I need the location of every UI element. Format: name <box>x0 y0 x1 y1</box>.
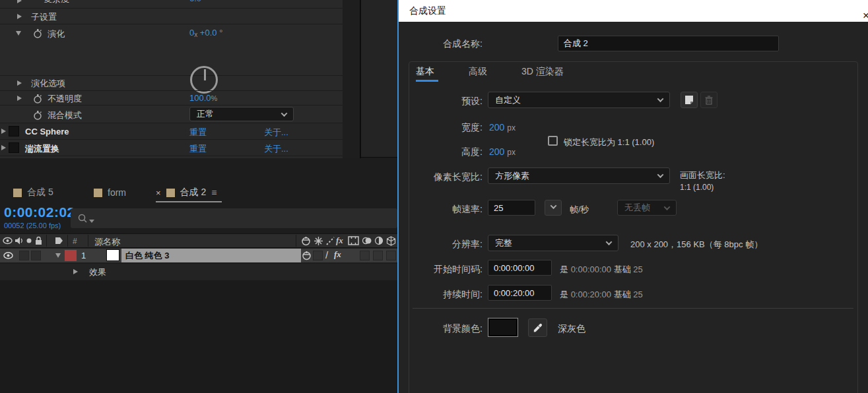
column-separator <box>88 235 88 247</box>
close-icon[interactable]: × <box>156 188 161 198</box>
tab-basic[interactable]: 基本 <box>416 66 434 78</box>
opacity-value[interactable]: 100.0% <box>189 93 217 103</box>
collapse-arrow-icon[interactable] <box>16 31 21 36</box>
about-link[interactable]: 关于... <box>264 127 288 138</box>
timeline-empty-area <box>0 280 397 393</box>
expand-arrow-icon[interactable] <box>17 80 22 86</box>
stopwatch-icon[interactable] <box>33 94 42 104</box>
close-icon[interactable]: × <box>863 5 868 26</box>
width-value[interactable]: 200 px <box>489 122 516 133</box>
trash-icon <box>705 96 713 105</box>
comp-name-input[interactable] <box>558 36 779 51</box>
eyedropper-button[interactable] <box>528 318 547 337</box>
3d-layer-icon[interactable] <box>386 236 396 246</box>
stopwatch-icon[interactable] <box>33 110 42 120</box>
height-value[interactable]: 200 px <box>489 146 516 157</box>
blend-mode-value: 正常 <box>197 108 214 120</box>
effect-row-complexity[interactable]: 复杂度 6.0 <box>0 0 343 9</box>
effect-row-evolution[interactable]: 演化 0x +0.0 ° <box>0 24 343 76</box>
layer-effects-group-row[interactable]: 效果 <box>0 264 397 280</box>
lock-icon[interactable] <box>34 236 43 245</box>
width-label: 宽度: <box>403 122 483 134</box>
av-feature-box[interactable] <box>313 251 323 260</box>
background-color-swatch[interactable] <box>488 318 518 337</box>
av-feature-box[interactable] <box>31 251 41 260</box>
lock-aspect-checkbox[interactable] <box>548 136 558 146</box>
evolution-value[interactable]: 0x +0.0 ° <box>189 28 222 38</box>
current-timecode[interactable]: 0:00:02:02 <box>4 204 75 220</box>
fx-column-icon[interactable]: fx <box>336 235 343 246</box>
composition-icon <box>166 189 175 197</box>
effect-row-turbulent-displace[interactable]: 湍流置换 重置 关于... <box>0 140 343 156</box>
source-name-column-header[interactable]: 源名称 <box>94 236 120 248</box>
layer-label-color[interactable] <box>65 250 77 261</box>
chevron-down-icon <box>550 202 556 209</box>
frame-blend-icon[interactable] <box>348 236 359 245</box>
dialog-title-bar[interactable]: 合成设置 × <box>399 0 868 22</box>
delete-preset-button[interactable] <box>700 92 718 108</box>
tab-comp-5[interactable]: 合成 5 <box>13 183 53 202</box>
effect-enable-checkbox[interactable] <box>9 142 19 153</box>
expand-arrow-icon[interactable] <box>1 129 6 134</box>
solo-icon[interactable] <box>26 238 32 243</box>
reset-link[interactable]: 重置 <box>189 143 207 155</box>
stopwatch-icon[interactable] <box>33 28 42 38</box>
expand-arrow-icon[interactable] <box>17 0 22 3</box>
layer-name-selected[interactable]: 白色 纯色 3 <box>121 249 301 262</box>
tab-label: 合成 5 <box>27 187 53 198</box>
av-feature-box[interactable] <box>386 251 396 260</box>
effect-enable-checkbox[interactable] <box>9 126 19 136</box>
expand-arrow-icon[interactable] <box>1 145 6 150</box>
av-feature-box[interactable] <box>360 251 370 260</box>
motion-blur-icon[interactable] <box>362 236 372 245</box>
effect-row-cc-sphere[interactable]: CC Sphere 重置 关于... <box>0 123 343 140</box>
start-timecode-input[interactable] <box>488 260 552 276</box>
effect-row-evolution-options[interactable]: 演化选项 <box>0 76 343 91</box>
save-preset-button[interactable] <box>681 92 698 108</box>
layer-expand-arrow-icon[interactable] <box>55 253 61 258</box>
layer-shy-icon[interactable] <box>302 251 312 260</box>
preset-label: 预设: <box>403 96 483 107</box>
av-feature-box[interactable] <box>373 251 383 260</box>
index-column-header[interactable]: # <box>73 237 77 246</box>
timeline-search-input[interactable] <box>71 208 397 228</box>
expand-arrow-icon[interactable] <box>17 96 22 101</box>
tab-comp-2-active[interactable]: × 合成 2 ≡ <box>156 183 217 202</box>
frame-rate-dropdown-button[interactable] <box>545 200 562 216</box>
video-eye-icon[interactable] <box>3 236 13 245</box>
property-value[interactable]: 6.0 <box>189 0 201 3</box>
adjustment-layer-icon[interactable] <box>374 236 384 245</box>
expand-arrow-icon[interactable] <box>73 269 78 274</box>
property-label: 子设置 <box>31 11 57 23</box>
about-link[interactable]: 关于... <box>264 143 288 155</box>
effect-row-opacity[interactable]: 不透明度 100.0% <box>0 91 343 106</box>
reset-link[interactable]: 重置 <box>189 127 207 138</box>
shy-icon[interactable] <box>301 236 311 246</box>
quality-icon[interactable] <box>326 237 335 245</box>
tab-3d-renderer[interactable]: 3D 渲染器 <box>521 66 564 78</box>
tab-form[interactable]: form <box>94 183 126 202</box>
resolution-dropdown[interactable]: 完整 <box>488 235 618 251</box>
layer-visibility-eye-icon[interactable] <box>3 251 13 260</box>
preset-dropdown[interactable]: 自定义 <box>488 92 670 108</box>
effect-row-sub-settings[interactable]: 子设置 <box>0 9 343 24</box>
solid-color-swatch[interactable] <box>106 249 119 261</box>
pixel-aspect-dropdown[interactable]: 方形像素 <box>488 167 670 184</box>
label-tag-icon[interactable] <box>54 236 64 245</box>
panel-menu-icon[interactable]: ≡ <box>211 187 217 198</box>
frame-rate-input[interactable] <box>488 200 535 216</box>
layer-fx-toggle[interactable]: fx <box>334 249 341 260</box>
duration-input[interactable] <box>488 285 552 301</box>
search-icon <box>77 213 88 224</box>
layer-quality-toggle[interactable]: / <box>325 249 328 260</box>
av-feature-box[interactable] <box>19 251 29 260</box>
search-options-arrow-icon[interactable] <box>89 220 94 223</box>
chevron-down-icon <box>657 171 664 178</box>
blend-mode-dropdown[interactable]: 正常 <box>189 107 294 121</box>
collapse-transformations-icon[interactable] <box>314 237 323 245</box>
layer-row-1[interactable]: 1 白色 纯色 3 / fx <box>0 249 397 262</box>
expand-arrow-icon[interactable] <box>17 14 22 19</box>
audio-speaker-icon[interactable] <box>15 236 24 245</box>
effect-row-blend-mode[interactable]: 混合模式 正常 <box>0 106 343 123</box>
tab-advanced[interactable]: 高级 <box>469 66 487 78</box>
